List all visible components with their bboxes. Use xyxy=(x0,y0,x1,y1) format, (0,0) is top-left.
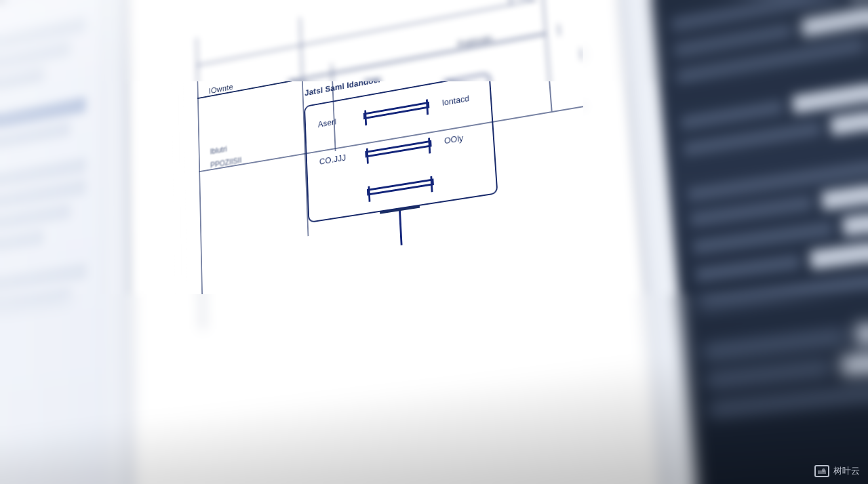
dimension-panel-header: Jatsl Saml Idandoer xyxy=(304,75,382,98)
dimension-value: Iontacd xyxy=(441,92,477,107)
dimension-key: CO.JJJ xyxy=(319,151,353,166)
dimension-key: Aserl xyxy=(317,114,351,129)
diagram-rowlabel: PPOZIISII xyxy=(210,156,241,170)
dimension-bar-icon xyxy=(365,140,431,157)
dimension-row xyxy=(321,163,484,210)
dimension-value: OOly xyxy=(444,130,480,146)
dimension-row: CO.JJJ OOly xyxy=(319,124,480,173)
nav-item[interactable] xyxy=(0,287,71,319)
watermark-logo-icon xyxy=(814,465,829,477)
canvas-area[interactable]: IAcesio Pwood IOwnte Pobhndn. xyxy=(102,0,707,484)
watermark: 树叶云 xyxy=(814,465,860,477)
dimension-value xyxy=(447,174,483,180)
diagram-rowlabel: Iblutri xyxy=(210,144,227,156)
dimension-bar-icon xyxy=(363,102,430,119)
dimension-key xyxy=(321,195,355,200)
watermark-text: 树叶云 xyxy=(833,465,860,477)
connector-line xyxy=(399,209,403,245)
dimension-bar-icon xyxy=(367,178,434,195)
drawing-page: IAcesio Pwood IOwnte Pobhndn. xyxy=(129,0,660,484)
property-field[interactable] xyxy=(849,0,868,1)
left-nav xyxy=(0,0,106,484)
